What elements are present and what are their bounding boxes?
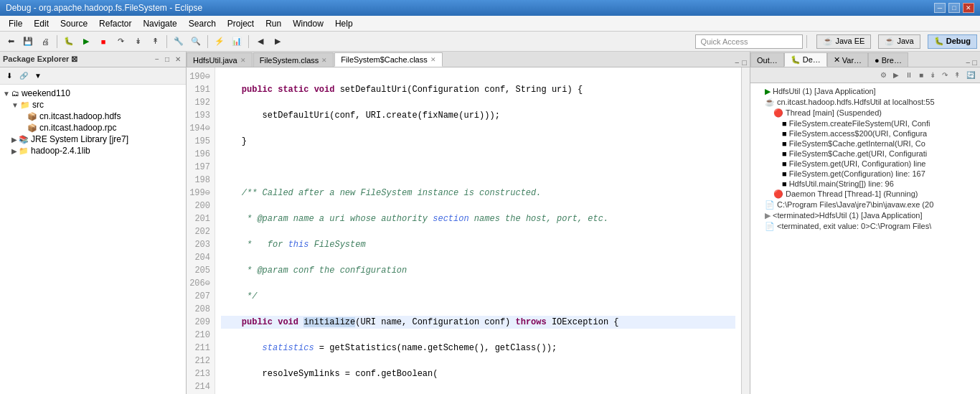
- file-tree: ▼ 🗂 weekend110 ▼ 📁 src ▶ 📦 cn.itcast.had…: [0, 85, 186, 394]
- debug-suspend[interactable]: ⏸: [903, 70, 915, 80]
- quick-access-label: Quick Access: [700, 37, 748, 46]
- debug-frame-5[interactable]: ■ FileSystem.get(Configuration) line: 16…: [750, 169, 980, 179]
- tab-hdfsutil-close[interactable]: ✕: [240, 57, 246, 64]
- menu-run[interactable]: Run: [260, 16, 287, 31]
- rt-tab-debug[interactable]: 🐛 De…: [784, 52, 827, 67]
- debug-daemon-thread[interactable]: 🔴 Daemon Thread [Thread-1] (Running): [750, 189, 980, 200]
- debug-frame-6[interactable]: ■ HdfsUtil.main(String[]) line: 96: [750, 179, 980, 189]
- tb-btn-3[interactable]: 🖨: [37, 34, 53, 50]
- rt-tab-out[interactable]: Out…: [750, 52, 784, 67]
- tb-back[interactable]: ◀: [253, 34, 268, 50]
- debug-frame-2[interactable]: ■ FileSystem$Cache.getInternal(URI, Co: [750, 139, 980, 149]
- tb-stop-btn[interactable]: ■: [95, 34, 111, 50]
- debug-step-out[interactable]: ↟: [952, 70, 962, 80]
- tb-sep-1: [57, 35, 57, 48]
- debug-frame-3[interactable]: ■ FileSystem$Cache.get(URI, Configurati: [750, 149, 980, 159]
- tb-run-btn[interactable]: ▶: [78, 34, 94, 50]
- rt-tab-var-icon: ✕: [834, 55, 840, 65]
- tb-sep-4: [248, 35, 249, 48]
- tree-src[interactable]: ▼ 📁 src: [0, 99, 186, 111]
- tree-hdfs[interactable]: ▶ 📦 cn.itcast.hadoop.hdfs: [0, 111, 186, 122]
- debug-frame-4[interactable]: ■ FileSystem.get(URI, Configuration) lin…: [750, 159, 980, 169]
- editor-maximize[interactable]: □: [742, 58, 747, 67]
- quick-access-box[interactable]: Quick Access: [695, 34, 803, 49]
- rp-minimize[interactable]: −: [966, 58, 970, 67]
- debug-step-over[interactable]: ↷: [940, 70, 950, 80]
- right-panel-tabs: Out… 🐛 De… ✕ Var… ● Bre… − □: [750, 52, 980, 67]
- menu-help[interactable]: Help: [329, 16, 359, 31]
- tb-step-into[interactable]: ↡: [130, 34, 146, 50]
- debug-terminated[interactable]: ▶ <terminated>HdfsUtil (1) [Java Applica…: [750, 210, 980, 221]
- editor-tab-controls: − □: [735, 58, 750, 67]
- debug-step-into[interactable]: ↡: [928, 70, 938, 80]
- debug-frame-1[interactable]: ■ FileSystem.access$200(URI, Configura: [750, 128, 980, 139]
- rp-maximize[interactable]: □: [972, 58, 977, 67]
- minimize-btn[interactable]: ─: [934, 3, 946, 13]
- maximize-btn[interactable]: □: [948, 3, 960, 13]
- debug-javaw[interactable]: 📄 C:\Program Files\Java\jre7\bin\javaw.e…: [750, 200, 980, 210]
- tb-btn-2[interactable]: 💾: [20, 34, 36, 50]
- debug-app-1[interactable]: ▶ HdfsUtil (1) [Java Application]: [750, 86, 980, 97]
- tb-btn-6[interactable]: ⚡: [212, 34, 227, 50]
- tab-filesystem-close[interactable]: ✕: [321, 57, 327, 64]
- debug-terminate[interactable]: ■: [917, 70, 925, 80]
- menu-search[interactable]: Search: [183, 16, 222, 31]
- menu-window[interactable]: Window: [287, 16, 329, 31]
- tab-cache-close[interactable]: ✕: [430, 56, 436, 63]
- menu-project[interactable]: Project: [222, 16, 260, 31]
- title-bar: Debug - org.apache.hadoop.fs.FileSystem …: [0, 0, 980, 16]
- debug-cn-itcast[interactable]: ☕ cn.itcast.hadoop.hdfs.HdfsUtil at loca…: [750, 97, 980, 108]
- debug-frame-0[interactable]: ■ FileSystem.createFileSystem(URI, Confi: [750, 118, 980, 128]
- debug-terminated-detail[interactable]: 📄 <terminated, exit value: 0>C:\Program …: [750, 221, 980, 232]
- tree-root[interactable]: ▼ 🗂 weekend110: [0, 88, 186, 99]
- code-area: 190⊖ 191 192 193 194⊖ 195 196 197 198 19…: [187, 67, 750, 394]
- perspective-javaee[interactable]: ☕ Java EE: [816, 34, 871, 49]
- perspective-debug[interactable]: 🐛 Debug: [928, 34, 977, 49]
- tb-btn-1[interactable]: ⬅: [3, 34, 19, 50]
- editor-minimize[interactable]: −: [735, 58, 739, 67]
- tb-btn-4[interactable]: 🔧: [171, 34, 187, 50]
- rt-tab-debug-label: De…: [803, 55, 821, 64]
- tb-step-over[interactable]: ↷: [113, 34, 128, 50]
- rt-tab-bre-label: Bre…: [882, 56, 902, 65]
- menu-source[interactable]: Source: [55, 16, 93, 31]
- tb-debug-btn[interactable]: 🐛: [61, 34, 77, 50]
- tree-hadoop[interactable]: ▶ 📁 hadoop-2.4.1lib: [0, 145, 186, 156]
- menu-bar: File Edit Source Refactor Navigate Searc…: [0, 16, 980, 32]
- perspective-java[interactable]: ☕ Java: [878, 34, 920, 49]
- tab-filesystem[interactable]: FileSystem.class ✕: [253, 52, 334, 67]
- tree-rpc[interactable]: ▶ 📦 cn.itcast.hadoop.rpc: [0, 122, 186, 133]
- tab-hdfsutil[interactable]: HdfsUtil.java ✕: [187, 52, 253, 67]
- pt-collapse[interactable]: ⬇: [3, 70, 16, 83]
- code-editor[interactable]: public static void setDefaultUri(Configu…: [215, 67, 741, 394]
- menu-edit[interactable]: Edit: [28, 16, 55, 31]
- menu-navigate[interactable]: Navigate: [137, 16, 182, 31]
- tab-cache[interactable]: FileSystem$Cache.class ✕: [334, 52, 442, 67]
- vertical-scrollbar[interactable]: [741, 67, 750, 394]
- pt-link[interactable]: 🔗: [17, 70, 30, 83]
- debug-drop-frame[interactable]: 🔄: [964, 70, 977, 80]
- tab-cache-label: FileSystem$Cache.class: [341, 55, 427, 64]
- tb-fwd[interactable]: ▶: [270, 34, 286, 50]
- right-panel: Out… 🐛 De… ✕ Var… ● Bre… − □ ⚙ ▶: [750, 52, 980, 394]
- close-btn[interactable]: ✕: [963, 3, 974, 13]
- panel-controls: − □ ✕: [153, 55, 183, 64]
- menu-file[interactable]: File: [3, 16, 28, 31]
- panel-maximize[interactable]: □: [163, 55, 171, 64]
- rt-tab-bre[interactable]: ● Bre…: [868, 52, 908, 67]
- tb-step-out[interactable]: ↟: [147, 34, 163, 50]
- menu-refactor[interactable]: Refactor: [93, 16, 137, 31]
- panel-minimize[interactable]: −: [153, 55, 161, 64]
- debug-resume[interactable]: ▶: [891, 70, 901, 80]
- tb-btn-5[interactable]: 🔍: [188, 34, 204, 50]
- main-layout: Package Explorer ⊠ − □ ✕ ⬇ 🔗 ▼ ▼ 🗂 weeke…: [0, 52, 980, 394]
- debug-toolbar-btn[interactable]: ⚙: [878, 70, 889, 80]
- tab-filesystem-label: FileSystem.class: [260, 56, 319, 65]
- tb-btn-7[interactable]: 📊: [229, 34, 245, 50]
- pt-menu[interactable]: ▼: [32, 70, 44, 83]
- debug-thread-main[interactable]: 🔴 Thread [main] (Suspended): [750, 108, 980, 118]
- tree-jre[interactable]: ▶ 📚 JRE System Library [jre7]: [0, 133, 186, 145]
- rt-tab-var[interactable]: ✕ Var…: [827, 52, 868, 67]
- panel-toolbar: ⬇ 🔗 ▼: [0, 67, 186, 85]
- panel-close[interactable]: ✕: [173, 55, 183, 64]
